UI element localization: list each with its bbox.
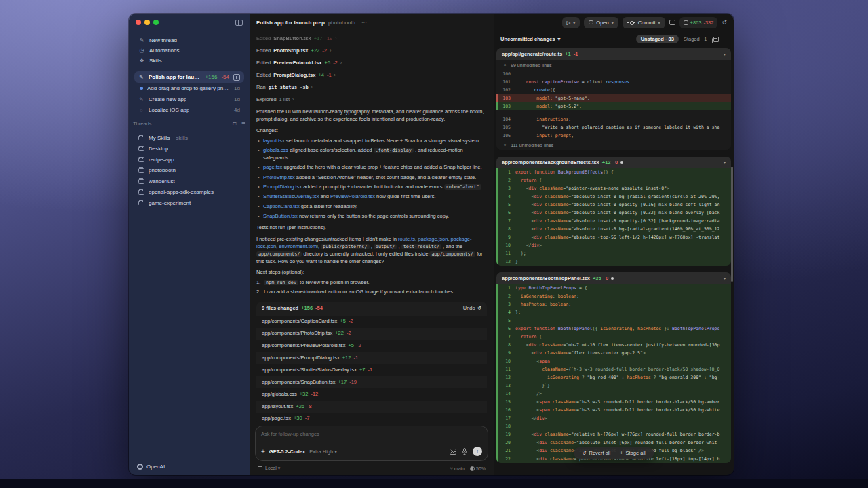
history-icon[interactable]: ↺ xyxy=(722,19,727,26)
revert-all-button[interactable]: ↺Revert all xyxy=(582,450,610,456)
diff-file-header[interactable]: app/components/BackgroundEffects.tsx+12-… xyxy=(496,157,731,168)
diff-file-header[interactable]: app/api/generate/route.ts+1-1▾ xyxy=(496,48,731,60)
diff-file-header[interactable]: app/components/BoothTopPanel.tsx+35-0▾ xyxy=(496,272,731,284)
changed-file-row[interactable]: app/page.tsx+30-7 xyxy=(256,413,487,423)
file-link[interactable]: CaptionCard.tsx xyxy=(263,203,300,209)
collapse-top-row[interactable]: ∧99 unmodified lines xyxy=(496,60,731,70)
terminal-icon[interactable] xyxy=(669,20,675,25)
diff-line-add: 5 <div className="absolute inset-0 opaci… xyxy=(496,201,731,209)
changed-file-row[interactable]: app/components/SnapButton.tsx+17-19 xyxy=(256,376,487,388)
change-bullet: SnapButton.tsx now returns only the butt… xyxy=(256,213,487,220)
line-number: 101 xyxy=(498,78,515,86)
file-link[interactable]: ShutterStatusOverlay.tsx xyxy=(263,193,319,199)
composer[interactable]: Ask for follow-up changes + GPT-5.2-Code… xyxy=(255,426,488,461)
file-link[interactable]: page.tsx xyxy=(263,164,282,170)
line-number: 5 xyxy=(498,317,515,325)
line-number: 10 xyxy=(498,241,515,249)
file-link[interactable]: PreviewPolaroid.tsx xyxy=(330,193,375,199)
diff-line-add: 13 }`} xyxy=(496,382,731,390)
file-link[interactable]: package.json xyxy=(418,236,448,242)
thread-item[interactable]: ✎Create new app1d xyxy=(134,94,244,104)
thread-item[interactable]: Add drag and drop to gallery phot...1d xyxy=(134,83,244,94)
files-changed-card: 9 files changed +156 -54 Undo ↺ app/comp… xyxy=(256,302,487,423)
changed-file-row[interactable]: app/components/PhotoStrip.tsx+22-2 xyxy=(256,328,487,340)
screenshot-icon[interactable] xyxy=(450,449,456,455)
diff-menu-button[interactable]: ··· xyxy=(722,36,728,42)
minimize-window-button[interactable] xyxy=(144,20,150,25)
diff-line-add: 14 /> xyxy=(496,390,731,398)
changed-file-row[interactable]: app/components/PreviewPolaroid.tsx+5-2 xyxy=(256,340,487,352)
changed-file-row[interactable]: app/components/ShutterStatusOverlay.tsx+… xyxy=(256,364,487,376)
plus-icon: + xyxy=(620,450,623,456)
sidebar-item-automations[interactable]: ◷Automations xyxy=(134,45,244,56)
staged-tab[interactable]: Staged · 1 xyxy=(684,36,707,42)
composer-input[interactable]: Ask for follow-up changes xyxy=(261,431,482,437)
project-item[interactable]: Desktop xyxy=(134,143,244,154)
folder-icon xyxy=(138,136,144,140)
send-button[interactable]: ↑ xyxy=(473,447,482,456)
project-item[interactable]: recipe-app xyxy=(134,154,244,165)
effort-selector[interactable]: Extra High ▾ xyxy=(309,449,337,455)
line-number: 20 xyxy=(498,439,515,447)
project-item[interactable]: wanderlust xyxy=(134,176,244,186)
sidebar-toggle-icon[interactable] xyxy=(235,20,243,26)
changed-file-row[interactable]: app/components/CaptionCard.tsx+5-2 xyxy=(256,316,487,328)
project-item[interactable]: openai-apps-sdk-examples xyxy=(134,186,244,197)
collapse-bottom-row[interactable]: ∨111 unmodified lines xyxy=(496,140,731,150)
zoom-window-button[interactable] xyxy=(153,20,159,25)
thread-menu-button[interactable]: ··· xyxy=(361,20,367,26)
sidebar-item-new-thread[interactable]: ✎New thread xyxy=(134,35,244,45)
stage-all-button[interactable]: +Stage all xyxy=(620,450,646,456)
mic-icon[interactable] xyxy=(462,448,467,455)
sidebar-item-skills[interactable]: ❖Skills xyxy=(134,56,244,66)
run-button[interactable]: ▷▾ xyxy=(562,17,580,28)
diffstat-badge[interactable]: +863 -332 xyxy=(679,17,718,28)
filter-icon[interactable]: ☰ xyxy=(241,121,245,127)
diff-line-add: 7 <div className="absolute inset-0 opaci… xyxy=(496,217,731,225)
bookmark-icon[interactable] xyxy=(233,74,240,81)
code-text xyxy=(515,422,731,430)
branch-indicator[interactable]: ⑂ main xyxy=(450,466,465,471)
commit-button[interactable]: Commit▾ xyxy=(623,17,665,28)
file-link[interactable]: PromptDialog.tsx xyxy=(263,184,302,190)
undo-button[interactable]: Undo ↺ xyxy=(463,305,481,312)
open-button[interactable]: Open▾ xyxy=(584,17,618,28)
archive-icon[interactable]: ⧠ xyxy=(233,121,237,127)
activity-row[interactable]: Explored1 list› xyxy=(256,94,487,106)
uncommitted-changes-dropdown[interactable]: Uncommitted changes ▾ xyxy=(500,36,560,42)
project-item[interactable]: game-experiment xyxy=(134,197,244,208)
diff-file-section: app/components/BoothTopPanel.tsx+35-0▾1t… xyxy=(496,272,731,463)
project-item[interactable]: photobooth xyxy=(134,165,244,176)
file-link[interactable]: layout.tsx xyxy=(263,138,285,144)
activity-row[interactable]: EditedPromptDialog.tsx+4-1› xyxy=(256,69,487,81)
thread-label: Create new app xyxy=(149,96,186,102)
diff-file-section: app/api/generate/route.ts+1-1▾∧99 unmodi… xyxy=(496,48,731,150)
diff-scroll-area[interactable]: app/api/generate/route.ts+1-1▾∧99 unmodi… xyxy=(494,47,734,475)
thread-item[interactable]: ✎Polish app for launch prep+156-54 xyxy=(134,71,244,83)
model-selector[interactable]: GPT-5.2-Codex xyxy=(269,449,305,455)
activity-row[interactable]: EditedSnapButton.tsx+17-19› xyxy=(256,33,487,45)
unstaged-tab[interactable]: Unstaged · 33 xyxy=(636,35,679,43)
file-link[interactable]: environment.toml xyxy=(279,243,318,249)
copy-icon[interactable] xyxy=(712,37,717,42)
file-link[interactable]: SnapButton.tsx xyxy=(263,213,298,219)
thread-item[interactable]: ◌Localize iOS app4d xyxy=(134,104,244,115)
file-link[interactable]: route.ts xyxy=(398,236,415,242)
environment-selector[interactable]: Local ▾ xyxy=(265,466,280,471)
file-link[interactable]: PhotoStrip.tsx xyxy=(263,174,295,180)
project-item[interactable]: My Skillsskills xyxy=(134,132,244,143)
file-link[interactable]: globals.css xyxy=(263,147,288,153)
chat-scroll-area[interactable]: EditedSnapButton.tsx+17-19›EditedPhotoSt… xyxy=(250,31,494,423)
diff-scrollbar-thumb[interactable] xyxy=(731,167,733,282)
changed-file-row[interactable]: app/layout.tsx+26-8 xyxy=(256,401,487,413)
activity-row[interactable]: EditedPhotoStrip.tsx+22-2› xyxy=(256,45,487,57)
attach-button[interactable]: + xyxy=(261,448,265,455)
close-window-button[interactable] xyxy=(136,20,141,25)
activity-row[interactable]: EditedPreviewPolaroid.tsx+5-2› xyxy=(256,57,487,69)
changed-file-row[interactable]: app/globals.css+32-12 xyxy=(256,388,487,401)
inline-code: public/patterns/ xyxy=(321,244,369,249)
activity-row[interactable]: Rangit status -sb› xyxy=(256,81,487,94)
pencil-icon: ✎ xyxy=(138,96,144,102)
skills-icon: ❖ xyxy=(138,58,145,64)
changed-file-row[interactable]: app/components/PromptDialog.tsx+12-1 xyxy=(256,352,487,365)
